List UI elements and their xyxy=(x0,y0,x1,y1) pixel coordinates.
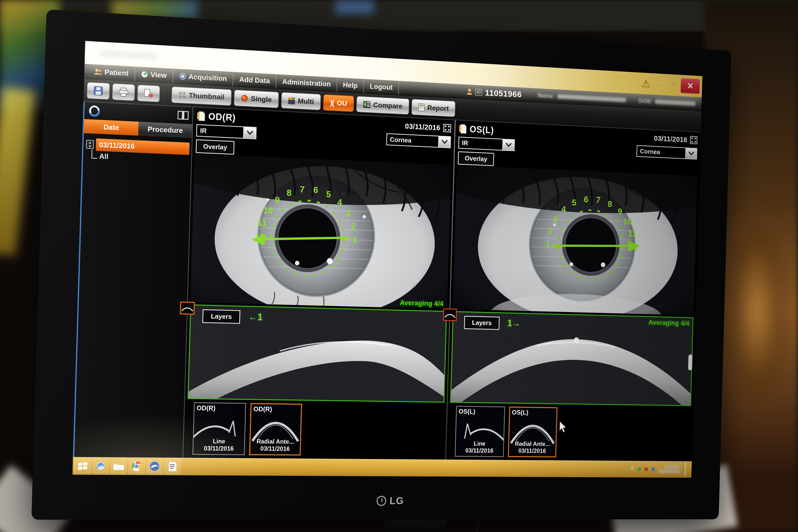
image-type-dropdown-os[interactable]: IR xyxy=(458,137,515,151)
export-button[interactable] xyxy=(137,84,160,102)
taskbar-clock xyxy=(658,466,680,473)
internet-explorer-icon[interactable] xyxy=(92,458,109,474)
single-icon xyxy=(241,95,248,102)
report-icon xyxy=(418,103,425,111)
menu-logout[interactable]: Logout xyxy=(364,79,399,95)
acquisition-icon xyxy=(179,73,186,80)
thumbnail-od-radial[interactable]: OD(R) Radial Ante...03/11/2016 xyxy=(249,403,302,455)
screen: ⚠ – ? ✕ Patient View Acquisition Add Dat… xyxy=(73,41,702,478)
thumbnail-view-button[interactable]: Thumbnail xyxy=(171,86,231,106)
chevron-down-icon[interactable] xyxy=(243,127,256,139)
svg-text:11: 11 xyxy=(628,229,637,239)
thumbnail-os-radial[interactable]: OS(L) Radial Ante...03/11/2016 xyxy=(508,406,557,457)
exam-type-dropdown-os[interactable]: Cornea xyxy=(636,145,697,160)
svg-text:8: 8 xyxy=(286,188,292,198)
oct-bscan-od: Layers ←1 xyxy=(188,304,447,403)
view-icon xyxy=(141,71,148,78)
svg-text:1: 1 xyxy=(353,235,358,245)
menu-view[interactable]: View xyxy=(135,66,173,83)
exam-doc-icon xyxy=(459,124,467,134)
panel-title-os: OS(L) xyxy=(469,124,494,136)
compare-icon xyxy=(363,101,371,108)
compare-button[interactable]: Compare xyxy=(356,96,410,115)
patient-name-value xyxy=(557,94,626,102)
tree-expand-icon[interactable]: ▲▼ xyxy=(86,140,94,149)
person-icon xyxy=(467,88,472,95)
file-explorer-icon[interactable] xyxy=(110,458,127,474)
svg-text:7: 7 xyxy=(300,184,305,194)
multi-view-button[interactable]: Multi xyxy=(281,92,321,110)
panel-od: OD(R) 03/11/2016 IR Cornea xyxy=(183,107,455,459)
chevron-down-icon[interactable] xyxy=(685,148,697,159)
thumbnail-os-line[interactable]: OS(L) Line03/11/2016 xyxy=(455,406,505,457)
chevron-down-icon[interactable] xyxy=(438,136,450,147)
oct-bscan-os: Layers 1→ Averaging 4/4 xyxy=(450,311,694,406)
exam-sidebar: Date Procedure ▲▼ 03/11/2016 All xyxy=(73,102,193,458)
start-button[interactable] xyxy=(74,458,91,474)
tray-expand-icon[interactable]: ^ xyxy=(630,465,634,473)
svg-text:2: 2 xyxy=(351,221,356,231)
system-tray: ^ xyxy=(630,462,690,477)
svg-text:7: 7 xyxy=(596,195,601,205)
tray-status-icon[interactable] xyxy=(645,467,648,471)
notes-app-icon[interactable] xyxy=(164,459,180,474)
print-button[interactable] xyxy=(112,83,135,101)
thumbnail-od-line[interactable]: OD(R) Line03/11/2016 xyxy=(192,402,246,455)
exam-type-dropdown-od[interactable]: Cornea xyxy=(386,133,451,148)
chevron-down-icon[interactable] xyxy=(502,139,514,150)
patient-id-chip: ID 11051966 xyxy=(467,87,522,99)
bscan-position-icon-os[interactable] xyxy=(443,308,457,321)
layers-button-od[interactable]: Layers xyxy=(202,309,240,324)
ou-eyes-icon: )( xyxy=(330,98,334,107)
minimize-icon[interactable]: – xyxy=(657,79,661,89)
id-label: ID xyxy=(475,89,482,96)
svg-text:6: 6 xyxy=(584,194,589,204)
wall-poster xyxy=(0,87,36,256)
svg-text:5: 5 xyxy=(326,189,331,200)
panel-os: OS(L) 03/11/2016 IR Cornea xyxy=(446,120,701,461)
chrome-icon[interactable] xyxy=(128,459,145,474)
save-button[interactable] xyxy=(87,82,110,100)
svg-text:5: 5 xyxy=(572,197,577,207)
help-icon[interactable]: ? xyxy=(671,80,676,90)
patient-icon xyxy=(94,68,102,76)
overlay-button-od[interactable]: Overlay xyxy=(196,139,234,155)
single-view-button[interactable]: Single xyxy=(233,89,279,108)
svg-text:3: 3 xyxy=(553,214,558,224)
menu-patient[interactable]: Patient xyxy=(88,64,135,81)
svg-text:10: 10 xyxy=(623,216,632,227)
scan-marker-os: 1→ xyxy=(507,318,520,329)
exam-tree: ▲▼ 03/11/2016 All xyxy=(83,133,192,165)
window-title-text xyxy=(100,50,157,60)
tray-status-icon[interactable] xyxy=(638,467,641,471)
report-button[interactable]: Report xyxy=(412,99,456,117)
warning-icon: ⚠ xyxy=(640,77,652,90)
layers-button-os[interactable]: Layers xyxy=(464,316,499,330)
expand-icon-od[interactable] xyxy=(443,124,451,132)
oct-viewer-app-icon[interactable] xyxy=(146,459,163,474)
svg-text:4: 4 xyxy=(562,204,566,214)
close-button[interactable]: ✕ xyxy=(681,78,700,94)
show-desktop-button[interactable] xyxy=(683,462,687,476)
print-icon xyxy=(118,87,129,97)
ir-eye-image-os: 123456789101112 xyxy=(453,165,698,315)
app-content: Date Procedure ▲▼ 03/11/2016 All xyxy=(73,102,701,461)
monitor-stand xyxy=(384,518,447,532)
tray-status-icon[interactable] xyxy=(651,467,655,471)
tab-procedure[interactable]: Procedure xyxy=(138,121,192,138)
book-icon[interactable] xyxy=(177,110,189,120)
image-type-dropdown-od[interactable]: IR xyxy=(196,124,256,139)
menu-help[interactable]: Help xyxy=(337,77,364,93)
overlay-button-os[interactable]: Overlay xyxy=(458,151,494,166)
svg-text:11: 11 xyxy=(257,217,267,228)
tab-date[interactable]: Date xyxy=(84,119,139,136)
lamp-glow xyxy=(725,213,787,411)
patient-dob-value xyxy=(655,99,696,106)
menu-add-data[interactable]: Add Data xyxy=(233,72,277,89)
bscan-position-icon-od[interactable] xyxy=(180,302,195,315)
expand-icon-os[interactable] xyxy=(690,136,698,145)
svg-text:1: 1 xyxy=(545,239,550,248)
ou-view-button[interactable]: )( OU xyxy=(323,94,354,112)
scrollbar-thumb[interactable] xyxy=(688,354,692,370)
patient-dob-label: DOB: xyxy=(639,97,652,105)
